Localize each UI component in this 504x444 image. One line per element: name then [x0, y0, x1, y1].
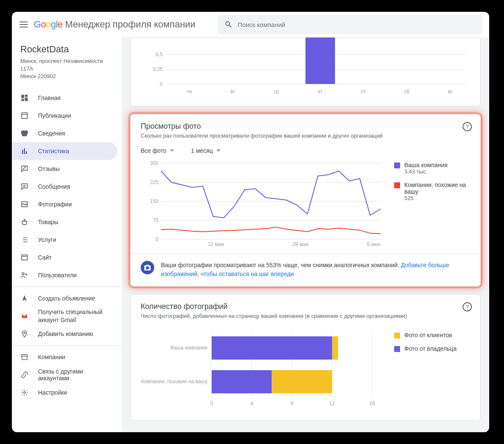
- org-address-1: Минск, проспект Независимости 117А: [20, 57, 113, 73]
- basket-icon: [20, 218, 29, 226]
- logo[interactable]: Google Менеджер профиля компании: [34, 19, 196, 30]
- filter-period[interactable]: 1 месяц: [191, 147, 221, 154]
- nav-label: Добавить компанию: [38, 330, 93, 337]
- camera-icon: [141, 261, 154, 274]
- svg-point-0: [24, 332, 25, 333]
- svg-text:вс: вс: [448, 89, 453, 95]
- nav-label: Создать объявление: [38, 295, 95, 302]
- svg-text:сб: сб: [404, 89, 410, 95]
- svg-rect-37: [272, 370, 332, 393]
- nav-label: Товары: [38, 219, 58, 225]
- nav-gmail[interactable]: Получить специальный аккаунт Gmail: [12, 307, 122, 325]
- card-title: Просмотры фото: [141, 122, 470, 131]
- org-block: RocketData Минск, проспект Независимости…: [12, 42, 122, 87]
- review-icon: [20, 165, 29, 173]
- nav-label: Пользователи: [38, 272, 76, 279]
- nav-photos[interactable]: Фотографии: [12, 195, 122, 213]
- svg-text:Ваша компания: Ваша компания: [170, 345, 207, 351]
- nav-home[interactable]: Главная: [12, 89, 122, 107]
- nav-divider: [12, 345, 122, 346]
- nav-label: Отзывы: [38, 165, 60, 172]
- chevron-down-icon: [216, 149, 221, 152]
- messages-icon: [20, 182, 29, 191]
- help-icon[interactable]: ?: [463, 302, 472, 311]
- svg-text:0: 0: [155, 236, 158, 242]
- nav-services[interactable]: Услуги: [12, 231, 122, 249]
- weekday-chart: 0 0,25 0,5 пн вт ср чт пт сб вс: [141, 38, 470, 101]
- svg-rect-34: [212, 336, 332, 360]
- nav-insights[interactable]: Статистика: [12, 142, 117, 160]
- nav-settings[interactable]: Настройки: [12, 384, 122, 401]
- svg-text:8: 8: [291, 401, 294, 406]
- nav-website[interactable]: Сайт: [12, 249, 122, 266]
- nav-add-business[interactable]: Добавить компанию: [12, 325, 122, 343]
- legend-item-other: Компании, похожие на вашу 525: [394, 181, 470, 201]
- nav-label: Услуги: [38, 236, 56, 243]
- svg-text:16: 16: [369, 401, 375, 406]
- link-icon: [20, 371, 29, 379]
- product-name: Менеджер профиля компании: [65, 19, 196, 30]
- legend-label: Компании, похожие на вашу: [404, 181, 470, 195]
- help-icon[interactable]: ?: [463, 122, 472, 131]
- hamburger-menu-icon[interactable]: [19, 19, 29, 30]
- gear-icon: [20, 388, 29, 397]
- card-subtitle: Сколько раз пользователи просматривали ф…: [141, 133, 470, 139]
- svg-text:Компании, похожие на вашу: Компании, похожие на вашу: [141, 379, 207, 384]
- legend-item-you: Ваша компания 3,43 тыс.: [394, 162, 470, 175]
- site-icon: [20, 253, 29, 262]
- svg-rect-8: [305, 38, 335, 84]
- card-subtitle: Число фотографий, добавленных на страниц…: [141, 313, 470, 319]
- card-title: Количество фотографий: [141, 302, 470, 311]
- search-input[interactable]: [238, 21, 476, 28]
- legend-value: 525: [404, 195, 470, 201]
- nav-products[interactable]: Товары: [12, 213, 122, 231]
- nav-businesses[interactable]: Компании: [12, 348, 122, 366]
- search-icon: [224, 20, 233, 29]
- nav-label: Сайт: [38, 254, 52, 261]
- svg-point-1: [24, 391, 26, 393]
- storefront-icon: [20, 353, 29, 361]
- info-text: Ваши фотографии просматривают на 553% ча…: [161, 261, 470, 279]
- users-icon: [20, 271, 29, 279]
- content: 0 0,25 0,5 пн вт ср чт пт сб вс: [122, 37, 489, 432]
- nav-reviews[interactable]: Отзывы: [12, 160, 122, 178]
- svg-text:0: 0: [160, 81, 163, 87]
- svg-text:вт: вт: [230, 89, 235, 95]
- nav-messages[interactable]: Сообщения: [12, 178, 122, 195]
- nav-label: Статистика: [38, 148, 69, 154]
- legend-item-customer: Фото от клиентов: [394, 332, 470, 338]
- nav-users[interactable]: Пользователи: [12, 266, 122, 284]
- legend-swatch: [394, 346, 400, 352]
- nav-create-ad[interactable]: Создать объявление: [12, 290, 122, 307]
- nav-label: Публикации: [38, 112, 71, 119]
- legend-label: Ваша компания: [404, 162, 447, 168]
- svg-rect-36: [212, 370, 272, 393]
- svg-text:12: 12: [329, 401, 335, 406]
- svg-text:5 июн.: 5 июн.: [367, 241, 382, 247]
- filter-photo-type[interactable]: Все фото: [141, 147, 174, 154]
- org-address-2: Минск 220902: [20, 73, 113, 80]
- header: Google Менеджер профиля компании: [12, 12, 489, 37]
- svg-text:пт: пт: [361, 89, 366, 95]
- nav-label: Сведения: [38, 130, 65, 137]
- org-name: RocketData: [20, 44, 113, 55]
- nav-label: Связь с другими аккаунтами: [38, 368, 113, 382]
- svg-text:0: 0: [210, 401, 213, 406]
- weekday-chart-card: 0 0,25 0,5 пн вт ср чт пт сб вс: [130, 37, 481, 106]
- chevron-down-icon: [170, 149, 174, 152]
- legend-label: Фото от владельца: [404, 345, 457, 352]
- filter-label: Все фото: [141, 147, 166, 154]
- svg-text:225: 225: [150, 179, 158, 185]
- nav-label: Компании: [38, 354, 65, 360]
- nav-posts[interactable]: Публикации: [12, 107, 122, 125]
- search-box[interactable]: [218, 15, 482, 34]
- info-strip: Ваши фотографии просматривают на 553% ча…: [131, 254, 480, 286]
- nav-info[interactable]: Сведения: [12, 125, 122, 142]
- nav-label: Получить специальный аккаунт Gmail: [38, 308, 113, 323]
- nav-label: Настройки: [38, 389, 67, 396]
- list-icon: [20, 236, 29, 244]
- nav-linked[interactable]: Связь с другими аккаунтами: [12, 366, 122, 384]
- legend-label: Фото от клиентов: [404, 332, 452, 338]
- dashboard-icon: [20, 94, 29, 102]
- legend-item-owner: Фото от владельца: [394, 345, 470, 352]
